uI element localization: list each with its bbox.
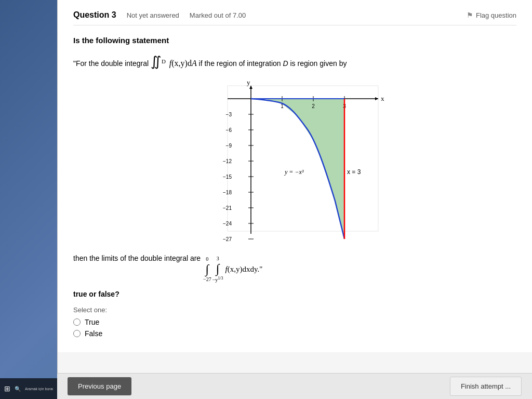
integrand-fxy: f(x,y)dA bbox=[169, 59, 197, 68]
finish-attempt-button[interactable]: Finish attempt ... bbox=[450, 377, 522, 396]
question-header: Question 3 Not yet answered Marked out o… bbox=[73, 10, 516, 25]
text-before-integral: "For the double integral bbox=[73, 59, 151, 68]
statement-heading: Is the following statement bbox=[73, 36, 516, 45]
y-label-27: −27 bbox=[223, 236, 232, 242]
x-axis-label: x bbox=[381, 95, 384, 102]
question-content-area: Question 3 Not yet answered Marked out o… bbox=[58, 0, 532, 352]
question-marks: Marked out of 7.00 bbox=[190, 11, 246, 19]
limits-text: then the limits of the double integral a… bbox=[73, 252, 516, 285]
y-label-15: −15 bbox=[223, 174, 232, 180]
radio-true[interactable] bbox=[73, 318, 81, 326]
text-after-integral: if the region of integration D is region… bbox=[199, 59, 347, 68]
integral-statement: "For the double integral ∬ D f(x,y)dA if… bbox=[73, 51, 516, 73]
select-one-label: Select one: bbox=[73, 306, 516, 314]
y-label-12: −12 bbox=[223, 158, 232, 164]
taskbar-search-text[interactable]: Aramak için buraya yazın bbox=[25, 387, 53, 391]
search-icon: 🔍 bbox=[15, 386, 21, 392]
vertical-line-label: x = 3 bbox=[347, 168, 361, 176]
flag-question-label: Flag question bbox=[476, 11, 516, 19]
coordinate-graph: x y −3 −6 −9 −12 −15 −18 −21 − bbox=[196, 81, 394, 242]
option-false[interactable]: False bbox=[73, 329, 516, 338]
x-label-2: 2 bbox=[312, 103, 315, 109]
question-number: Question 3 bbox=[73, 10, 116, 20]
label-true: True bbox=[85, 318, 99, 326]
flag-icon: ⚑ bbox=[467, 11, 473, 19]
question-status: Not yet answered bbox=[127, 11, 179, 19]
previous-page-button[interactable]: Previous page bbox=[68, 377, 131, 395]
double-integral-symbol: ∬ D bbox=[151, 51, 166, 73]
radio-false[interactable] bbox=[73, 330, 81, 337]
y-label-6: −6 bbox=[225, 127, 232, 133]
bottom-navigation: Previous page Finish attempt ... bbox=[57, 373, 532, 399]
y-label-9: −9 bbox=[225, 143, 232, 149]
curve-equation-label: y = −x³ bbox=[284, 168, 304, 176]
windows-icon[interactable]: ⊞ bbox=[4, 384, 10, 393]
y-axis-label: y bbox=[247, 81, 250, 86]
y-label-3: −3 bbox=[225, 112, 232, 117]
true-false-label: true or false? bbox=[73, 290, 516, 298]
browser-window: Question 3 Not yet answered Marked out o… bbox=[57, 0, 532, 378]
taskbar: ⊞ 🔍 Aramak için buraya yazın bbox=[0, 378, 57, 399]
limit-integrals: 0 ∫ −27 3 ∫ −y1/3 f(x,y)dxdy." bbox=[203, 254, 262, 285]
graph-container: x y −3 −6 −9 −12 −15 −18 −21 − bbox=[73, 81, 516, 242]
y-label-24: −24 bbox=[223, 221, 232, 227]
label-false: False bbox=[85, 329, 102, 338]
y-label-18: −18 bbox=[223, 190, 232, 195]
option-true[interactable]: True bbox=[73, 318, 516, 326]
flag-question-button[interactable]: ⚑ Flag question bbox=[467, 11, 516, 19]
text-before-limits: then the limits of the double integral a… bbox=[73, 254, 203, 262]
y-label-21: −21 bbox=[223, 205, 232, 211]
